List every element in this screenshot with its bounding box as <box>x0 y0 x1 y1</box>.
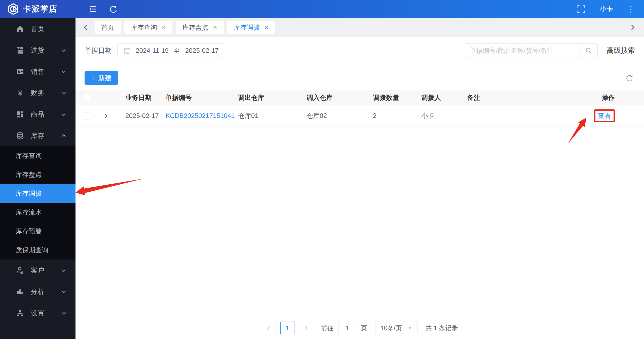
current-user[interactable]: 小卡 <box>600 5 613 14</box>
sidebar-item-customers[interactable]: 客户 <box>0 260 75 281</box>
total-records: 共 1 条记录 <box>426 324 458 332</box>
tab-stock-count[interactable]: 库存盘点 × <box>176 21 223 34</box>
date-end: 2025-02-17 <box>185 47 219 55</box>
plus-icon: + <box>91 74 95 82</box>
chevron-down-icon: ▼ <box>407 325 412 331</box>
col-header-remark: 备注 <box>467 93 587 102</box>
calendar-icon <box>124 47 131 54</box>
sidebar-item-label: 进货 <box>31 46 44 55</box>
customer-icon <box>16 266 25 275</box>
row-checkbox[interactable] <box>83 112 90 119</box>
sidebar: 首页 进货 <box>0 18 75 339</box>
tab-bar: 首页 库存查询 × 库存盘点 × 库存调拨 × <box>75 18 644 37</box>
sidebar-item-inventory[interactable]: 库存 <box>0 125 75 146</box>
sidebar-item-label: 设置 <box>31 309 44 318</box>
search-button[interactable] <box>580 43 598 58</box>
transfer-table: 业务日期 单据编号 调出仓库 调入仓库 调拨数量 调拨人 备注 操作 2025-… <box>75 90 644 126</box>
cell-doc-no-link[interactable]: KCDB20250217151041 <box>166 112 238 120</box>
analysis-icon <box>16 287 25 296</box>
page-unit-label: 页 <box>361 324 367 332</box>
home-icon <box>16 24 25 33</box>
page-number-button[interactable]: 1 <box>280 321 294 335</box>
row-expand-icon[interactable] <box>102 112 125 120</box>
refresh-page-icon[interactable] <box>108 4 118 14</box>
submenu-item-stock-alert[interactable]: 库存预警 <box>0 222 75 241</box>
chevron-down-icon <box>60 288 67 295</box>
col-header-in-warehouse: 调入仓库 <box>307 93 373 102</box>
cell-in-warehouse: 仓库02 <box>307 111 373 120</box>
sidebar-item-label: 商品 <box>31 110 44 119</box>
sidebar-item-finance[interactable]: ¥ 财务 <box>0 82 75 104</box>
goto-label: 前往 <box>321 324 334 332</box>
chevron-down-icon <box>60 68 67 75</box>
tab-stock-query[interactable]: 库存查询 × <box>124 21 172 34</box>
submenu-item-stock-count[interactable]: 库存盘点 <box>0 165 75 184</box>
table-row: 2025-02-17 KCDB20250217151041 仓库01 仓库02 … <box>75 105 644 126</box>
tab-home[interactable]: 首页 <box>95 21 121 34</box>
inventory-submenu: 库存查询 库存盘点 库存调拨 库存流水 库存预警 质保期查询 <box>0 146 75 260</box>
new-button[interactable]: + 新建 <box>85 71 118 85</box>
submenu-item-stock-flow[interactable]: 库存流水 <box>0 203 75 222</box>
sidebar-item-label: 财务 <box>31 89 44 98</box>
page-size-select[interactable]: 10条/页 ▼ <box>375 321 418 335</box>
col-header-doc-no: 单据编号 <box>166 93 238 102</box>
search-input[interactable] <box>464 43 580 58</box>
submenu-item-stock-query[interactable]: 库存查询 <box>0 146 75 165</box>
top-bar: 卡派掌店 小卡 ⋮ <box>0 0 644 18</box>
sidebar-item-settings[interactable]: 设置 <box>0 302 75 324</box>
sidebar-item-analysis[interactable]: 分析 <box>0 281 75 302</box>
app-logo-icon <box>8 3 19 15</box>
select-all-checkbox[interactable] <box>83 94 90 101</box>
settings-icon <box>16 309 25 318</box>
sidebar-item-label: 客户 <box>31 266 44 275</box>
date-start: 2024-11-19 <box>136 47 169 55</box>
annotation-red-box: 查看 <box>594 109 615 122</box>
sidebar-item-purchase[interactable]: 进货 <box>0 39 75 61</box>
finance-icon: ¥ <box>16 89 25 98</box>
cell-date: 2025-02-17 <box>125 112 166 120</box>
sidebar-item-goods[interactable]: 商品 <box>0 104 75 125</box>
goods-icon <box>16 110 25 119</box>
sidebar-item-label: 库存 <box>31 131 44 140</box>
sidebar-item-home[interactable]: 首页 <box>0 18 75 39</box>
chevron-down-icon <box>60 310 67 316</box>
tab-stock-transfer[interactable]: 库存调拨 × <box>227 21 275 34</box>
more-options-icon[interactable]: ⋮ <box>627 5 635 13</box>
tabs-scroll-right-icon[interactable] <box>628 23 637 32</box>
chevron-down-icon <box>60 90 67 96</box>
col-header-date: 业务日期 <box>125 93 166 102</box>
chevron-down-icon <box>60 267 67 274</box>
sales-icon <box>16 67 25 76</box>
close-icon[interactable]: × <box>264 24 269 31</box>
next-page-button[interactable] <box>299 321 313 335</box>
table-toolbar: + 新建 <box>75 64 644 90</box>
submenu-item-stock-transfer[interactable]: 库存调拨 <box>0 184 75 203</box>
date-separator: 至 <box>174 46 180 55</box>
close-icon[interactable]: × <box>213 24 217 31</box>
chevron-down-icon <box>60 111 67 118</box>
close-icon[interactable]: × <box>162 24 166 31</box>
goto-page-input[interactable] <box>338 321 356 335</box>
col-header-out-warehouse: 调出仓库 <box>238 93 307 102</box>
tabs-scroll-left-icon[interactable] <box>82 23 91 32</box>
purchase-icon <box>16 46 25 55</box>
inventory-icon <box>16 131 25 140</box>
cell-person: 小卡 <box>421 111 467 120</box>
refresh-table-icon[interactable] <box>624 72 635 83</box>
brand: 卡派掌店 <box>0 3 75 15</box>
fullscreen-icon[interactable] <box>576 4 586 14</box>
date-range-picker[interactable]: 2024-11-19 至 2025-02-17 <box>117 43 225 58</box>
submenu-item-warranty-query[interactable]: 质保期查询 <box>0 241 75 260</box>
table-header-row: 业务日期 单据编号 调出仓库 调入仓库 调拨数量 调拨人 备注 操作 <box>75 90 644 105</box>
sidebar-item-label: 分析 <box>31 287 44 296</box>
date-filter-label: 单据日期 <box>85 46 112 55</box>
chevron-down-icon <box>60 47 67 54</box>
advanced-search-link[interactable]: 高级搜索 <box>607 46 635 55</box>
search-icon <box>585 47 592 54</box>
view-action-link[interactable]: 查看 <box>598 112 611 119</box>
prev-page-button[interactable] <box>262 321 276 335</box>
chevron-up-icon <box>60 133 67 139</box>
collapse-sidebar-icon[interactable] <box>88 4 98 14</box>
sidebar-item-sales[interactable]: 销售 <box>0 61 75 82</box>
col-header-action: 操作 <box>587 93 635 102</box>
